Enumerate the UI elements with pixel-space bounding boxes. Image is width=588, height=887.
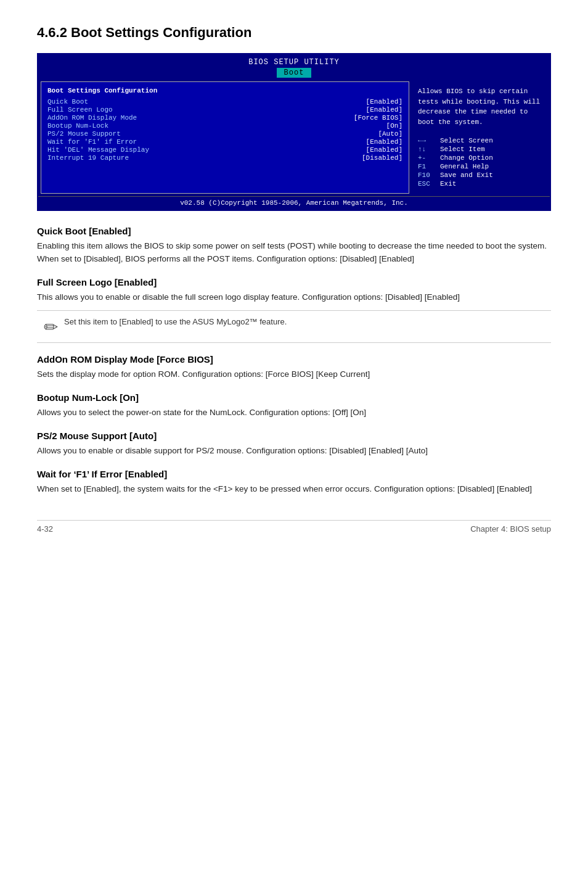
bios-key: ←→ [418, 137, 440, 144]
page-footer: 4-32 Chapter 4: BIOS setup [37, 520, 551, 534]
section-body-ps2-mouse: Allows you to enable or disable support … [37, 445, 551, 458]
footer-page-number: 4-32 [37, 524, 53, 534]
bios-key: +- [418, 154, 440, 162]
section-body-wait-f1: When set to [Enabled], the system waits … [37, 483, 551, 496]
bios-setting-label: AddOn ROM Display Mode [47, 114, 137, 122]
bios-left-panel: Boot Settings Configuration Quick Boot[E… [41, 81, 409, 194]
bios-setting-row: Quick Boot[Enabled] [47, 98, 402, 105]
bios-key-desc: Exit [440, 180, 456, 188]
section-heading-bootup-numlock: Bootup Num-Lock [On] [37, 392, 551, 403]
bios-body: Boot Settings Configuration Quick Boot[E… [38, 79, 550, 196]
bios-setting-row: Interrupt 19 Capture[Disabled] [47, 154, 402, 162]
bios-setting-row: Bootup Num-Lock[On] [47, 122, 402, 130]
bios-setting-value: [On] [386, 122, 402, 130]
section-body-bootup-numlock: Allows you to select the power-on state … [37, 406, 551, 419]
bios-help-text: Allows BIOS to skip certain tests while … [418, 86, 541, 127]
bios-setting-row: Wait for 'F1' if Error[Enabled] [47, 138, 402, 146]
section-heading-quick-boot: Quick Boot [Enabled] [37, 226, 551, 236]
bios-key-row: ←→Select Screen [418, 137, 541, 144]
bios-key-desc: General Help [440, 163, 489, 170]
note-icon: ✏ [37, 316, 64, 337]
bios-setting-value: [Auto] [378, 130, 402, 138]
bios-active-tab: Boot [277, 68, 312, 78]
bios-key: ↑↓ [418, 146, 440, 153]
note-text: Set this item to [Enabled] to use the AS… [64, 316, 287, 328]
bios-setting-label: Bootup Num-Lock [47, 122, 108, 130]
bios-setting-value: [Disabled] [362, 154, 402, 162]
section-heading-full-screen-logo: Full Screen Logo [Enabled] [37, 277, 551, 287]
bios-setting-row: Full Screen Logo[Enabled] [47, 106, 402, 113]
footer-chapter: Chapter 4: BIOS setup [470, 524, 551, 534]
bios-setting-label: Interrupt 19 Capture [47, 154, 129, 162]
bios-setting-value: [Enabled] [366, 98, 402, 105]
bios-setting-label: Wait for 'F1' if Error [47, 138, 137, 146]
section-body-full-screen-logo: This allows you to enable or disable the… [37, 291, 551, 304]
note-box: ✏ Set this item to [Enabled] to use the … [37, 310, 551, 343]
bios-setting-label: Full Screen Logo [47, 106, 113, 113]
bios-right-panel: Allows BIOS to skip certain tests while … [412, 81, 547, 194]
bios-setting-value: [Enabled] [366, 138, 402, 146]
bios-key: ESC [418, 180, 440, 188]
bios-setting-value: [Enabled] [366, 106, 402, 113]
bios-key: F10 [418, 171, 440, 179]
section-heading-wait-f1: Wait for ‘F1’ If Error [Enabled] [37, 469, 551, 479]
bios-key-desc: Save and Exit [440, 171, 493, 179]
bios-key-desc: Select Screen [440, 137, 493, 144]
bios-key-desc: Select Item [440, 146, 485, 153]
bios-section-title: Boot Settings Configuration [47, 87, 402, 94]
bios-setting-row: Hit 'DEL' Message Display[Enabled] [47, 146, 402, 154]
bios-key-row: F10Save and Exit [418, 171, 541, 179]
bios-setting-label: Hit 'DEL' Message Display [47, 146, 149, 154]
section-heading-ps2-mouse: PS/2 Mouse Support [Auto] [37, 431, 551, 441]
bios-key-row: F1General Help [418, 163, 541, 170]
bios-setting-row: AddOn ROM Display Mode[Force BIOS] [47, 114, 402, 122]
bios-setting-label: Quick Boot [47, 98, 88, 105]
bios-key-desc: Change Option [440, 154, 493, 162]
bios-setting-value: [Force BIOS] [354, 114, 402, 122]
bios-setting-label: PS/2 Mouse Support [47, 130, 121, 138]
page-title: 4.6.2 Boot Settings Configuration [37, 25, 551, 41]
bios-header: BIOS SETUP UTILITY Boot [38, 54, 550, 79]
bios-screen: BIOS SETUP UTILITY Boot Boot Settings Co… [37, 53, 551, 211]
bios-key-row: ↑↓Select Item [418, 146, 541, 153]
section-body-addon-rom: Sets the display mode for option ROM. Co… [37, 368, 551, 381]
bios-settings-table: Quick Boot[Enabled]Full Screen Logo[Enab… [47, 98, 402, 162]
bios-setting-row: PS/2 Mouse Support[Auto] [47, 130, 402, 138]
bios-footer: v02.58 (C)Copyright 1985-2006, American … [38, 196, 550, 210]
section-body-quick-boot: Enabling this item allows the BIOS to sk… [37, 240, 551, 266]
bios-key-help: ←→Select Screen↑↓Select Item+-Change Opt… [418, 137, 541, 189]
section-heading-addon-rom: AddOn ROM Display Mode [Force BIOS] [37, 354, 551, 365]
bios-key-row: ESCExit [418, 180, 541, 188]
sections-container: Quick Boot [Enabled]Enabling this item a… [37, 226, 551, 495]
bios-header-title: BIOS SETUP UTILITY [38, 58, 550, 67]
bios-key-row: +-Change Option [418, 154, 541, 162]
bios-setting-value: [Enabled] [366, 146, 402, 154]
bios-key: F1 [418, 163, 440, 170]
